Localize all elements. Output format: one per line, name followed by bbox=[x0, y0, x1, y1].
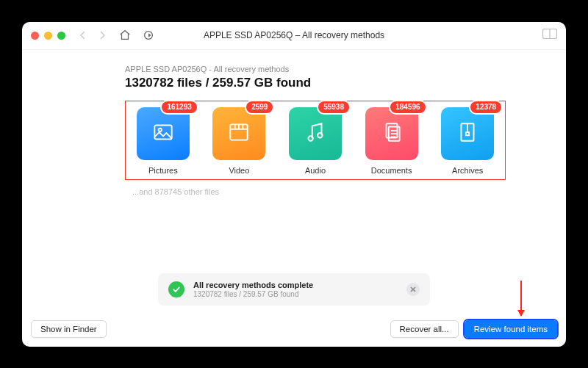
archive-icon bbox=[455, 120, 480, 148]
category-audio[interactable]: 55938Audio bbox=[284, 107, 347, 175]
status-subtitle: 1320782 files / 259.57 GB found bbox=[193, 290, 313, 298]
category-label: Archives bbox=[452, 166, 483, 175]
film-icon bbox=[226, 120, 251, 148]
doc-icon bbox=[379, 120, 404, 148]
back-button[interactable] bbox=[77, 29, 89, 41]
svg-rect-20 bbox=[466, 132, 469, 135]
annotation-arrow bbox=[520, 281, 522, 316]
status-banner: All recovery methods complete 1320782 fi… bbox=[158, 273, 430, 306]
category-label: Video bbox=[229, 166, 249, 175]
category-row: 161293Pictures2599Video55938Audio184596D… bbox=[125, 101, 506, 180]
category-documents[interactable]: 184596Documents bbox=[360, 107, 423, 175]
success-check-icon bbox=[168, 281, 184, 297]
category-video[interactable]: 2599Video bbox=[208, 107, 271, 175]
category-count-badge: 184596 bbox=[390, 101, 425, 113]
review-found-items-button[interactable]: Review found items bbox=[465, 320, 557, 338]
documents-tile[interactable]: 184596 bbox=[365, 107, 418, 160]
other-files-line: ...and 878745 other files bbox=[132, 187, 566, 196]
breadcrumb: APPLE SSD AP0256Q - All recovery methods bbox=[125, 65, 566, 73]
category-count-badge: 161293 bbox=[162, 101, 196, 113]
minimize-window-button[interactable] bbox=[44, 32, 52, 40]
category-count-badge: 2599 bbox=[246, 101, 273, 113]
category-count-badge: 55938 bbox=[318, 101, 349, 113]
close-window-button[interactable] bbox=[31, 32, 39, 40]
category-pictures[interactable]: 161293Pictures bbox=[132, 107, 195, 175]
footer: Show in Finder Recover all... Review fou… bbox=[31, 320, 557, 338]
window-controls bbox=[31, 32, 65, 40]
svg-point-11 bbox=[308, 136, 312, 140]
recover-all-button[interactable]: Recover all... bbox=[390, 320, 459, 338]
music-icon bbox=[303, 120, 328, 148]
image-icon bbox=[151, 120, 176, 148]
titlebar: APPLE SSD AP0256Q – All recovery methods bbox=[22, 22, 566, 50]
rescan-button[interactable] bbox=[142, 29, 155, 42]
view-toggle-button[interactable] bbox=[542, 29, 557, 42]
status-title: All recovery methods complete bbox=[193, 281, 313, 289]
category-label: Audio bbox=[305, 166, 326, 175]
svg-point-5 bbox=[158, 128, 161, 131]
svg-rect-4 bbox=[154, 125, 171, 139]
show-in-finder-button[interactable]: Show in Finder bbox=[31, 320, 107, 338]
svg-marker-1 bbox=[148, 33, 151, 37]
forward-button[interactable] bbox=[96, 29, 108, 41]
audio-tile[interactable]: 55938 bbox=[289, 107, 342, 160]
category-count-badge: 12378 bbox=[470, 101, 501, 113]
category-label: Pictures bbox=[148, 166, 178, 175]
home-button[interactable] bbox=[118, 29, 132, 42]
video-tile[interactable]: 2599 bbox=[212, 107, 265, 160]
zoom-window-button[interactable] bbox=[57, 32, 65, 40]
content-area: APPLE SSD AP0256Q - All recovery methods… bbox=[22, 50, 566, 347]
pictures-tile[interactable]: 161293 bbox=[137, 107, 190, 160]
svg-point-12 bbox=[318, 133, 322, 137]
archives-tile[interactable]: 12378 bbox=[441, 107, 494, 160]
dismiss-status-button[interactable] bbox=[406, 283, 420, 296]
category-archives[interactable]: 12378Archives bbox=[436, 107, 499, 175]
category-label: Documents bbox=[371, 166, 412, 175]
app-window: APPLE SSD AP0256Q – All recovery methods… bbox=[22, 22, 566, 347]
scan-summary: 1320782 files / 259.57 GB found bbox=[125, 76, 566, 90]
